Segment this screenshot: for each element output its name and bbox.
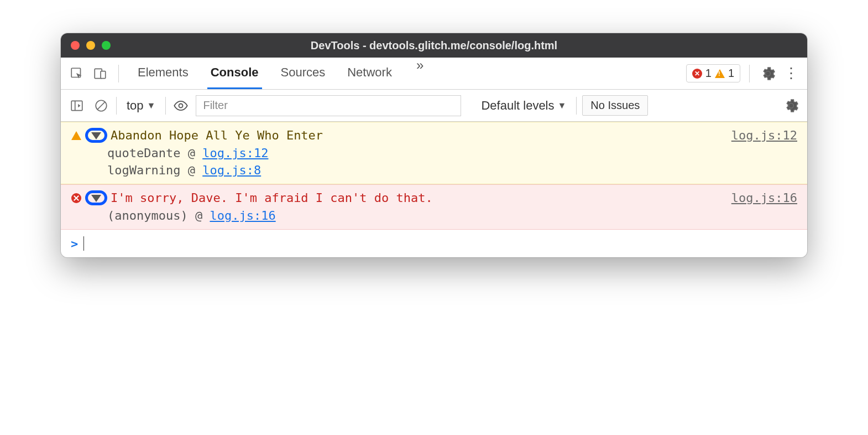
- levels-label: Default levels: [481, 99, 554, 113]
- devtools-window: DevTools - devtools.glitch.me/console/lo…: [61, 33, 807, 257]
- console-prompt[interactable]: >: [61, 230, 807, 257]
- log-levels-selector[interactable]: Default levels ▼: [477, 99, 571, 113]
- settings-icon[interactable]: [759, 64, 777, 83]
- clear-console-icon[interactable]: [92, 96, 111, 115]
- stack-fn: (anonymous): [107, 209, 188, 222]
- divider: [118, 65, 119, 82]
- traffic-lights: [71, 41, 111, 50]
- tab-network[interactable]: Network: [344, 58, 395, 89]
- stack-trace: (anonymous) @ log.js:16: [71, 205, 797, 222]
- tab-sources[interactable]: Sources: [278, 58, 329, 89]
- divider: [165, 97, 166, 115]
- error-count: 1: [705, 67, 712, 80]
- issues-button[interactable]: No Issues: [582, 95, 648, 116]
- svg-rect-3: [71, 101, 82, 110]
- text-cursor: [83, 236, 84, 251]
- more-tabs-button[interactable]: »: [411, 58, 429, 89]
- divider: [116, 97, 117, 115]
- execution-context-selector[interactable]: top ▼: [122, 99, 160, 113]
- warning-icon: [715, 69, 725, 78]
- device-toolbar-icon[interactable]: [91, 64, 109, 83]
- zoom-window-button[interactable]: [102, 41, 111, 50]
- stack-trace: quoteDante @ log.js:12 logWarning @ log.…: [71, 143, 797, 177]
- disclosure-triangle-icon[interactable]: [91, 132, 101, 139]
- console-settings-icon[interactable]: [782, 96, 801, 115]
- toggle-sidebar-icon[interactable]: [67, 96, 86, 115]
- stack-source-link[interactable]: log.js:16: [210, 209, 275, 222]
- error-icon: ✕: [692, 69, 702, 79]
- message-source-link[interactable]: log.js:12: [731, 128, 797, 142]
- inspect-element-icon[interactable]: [67, 64, 86, 83]
- console-toolbar: top ▼ Default levels ▼ No Issues: [61, 90, 807, 122]
- disclosure-triangle-icon[interactable]: [91, 195, 101, 202]
- svg-line-7: [98, 102, 105, 109]
- chevron-down-icon: ▼: [147, 101, 156, 111]
- chevron-down-icon: ▼: [558, 101, 567, 111]
- tab-elements[interactable]: Elements: [134, 58, 192, 89]
- svg-rect-2: [101, 71, 106, 78]
- error-icon: [71, 193, 82, 204]
- warning-icon: [71, 130, 82, 141]
- console-message-warning: Abandon Hope All Ye Who Enter log.js:12 …: [61, 122, 807, 184]
- kebab-menu-icon[interactable]: ⋮: [782, 64, 801, 83]
- stack-frame: (anonymous) @ log.js:16: [107, 209, 797, 222]
- tab-console[interactable]: Console: [207, 58, 262, 89]
- warning-count: 1: [728, 67, 734, 80]
- error-warning-counts[interactable]: ✕ 1 1: [686, 64, 740, 82]
- console-message-error: I'm sorry, Dave. I'm afraid I can't do t…: [61, 184, 807, 230]
- stack-frame: logWarning @ log.js:8: [107, 163, 797, 177]
- window-titlebar: DevTools - devtools.glitch.me/console/lo…: [61, 33, 807, 58]
- context-label: top: [127, 99, 144, 113]
- minimize-window-button[interactable]: [86, 41, 95, 50]
- filter-input[interactable]: [196, 95, 461, 116]
- divider: [576, 97, 577, 115]
- main-tabstrip: Elements Console Sources Network » ✕ 1 1…: [61, 58, 807, 90]
- console-log-area: Abandon Hope All Ye Who Enter log.js:12 …: [61, 122, 807, 257]
- stack-frame: quoteDante @ log.js:12: [107, 146, 797, 160]
- message-source-link[interactable]: log.js:16: [731, 191, 797, 205]
- window-title: DevTools - devtools.glitch.me/console/lo…: [61, 39, 807, 52]
- annotation-highlight: [85, 190, 107, 205]
- panel-tabs: Elements Console Sources Network »: [134, 58, 429, 89]
- prompt-caret-icon: >: [71, 237, 78, 251]
- annotation-highlight: [85, 128, 107, 143]
- stack-fn: logWarning: [107, 163, 180, 177]
- close-window-button[interactable]: [71, 41, 80, 50]
- message-text: Abandon Hope All Ye Who Enter: [111, 128, 323, 142]
- stack-fn: quoteDante: [107, 146, 180, 160]
- message-text: I'm sorry, Dave. I'm afraid I can't do t…: [111, 191, 433, 205]
- live-expression-icon[interactable]: [171, 96, 190, 115]
- stack-source-link[interactable]: log.js:8: [202, 163, 261, 177]
- stack-source-link[interactable]: log.js:12: [202, 146, 268, 160]
- svg-marker-5: [78, 103, 80, 107]
- divider: [749, 65, 750, 82]
- svg-point-8: [179, 103, 183, 107]
